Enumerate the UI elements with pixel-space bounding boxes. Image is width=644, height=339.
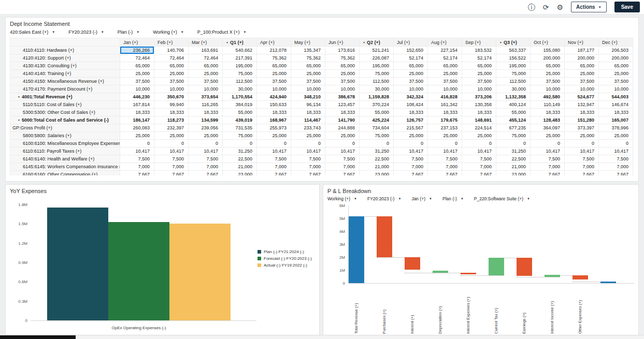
grid-cell[interactable]: 7,000 [599,163,633,171]
column-header[interactable]: Oct (+) [531,38,565,47]
grid-cell[interactable]: 0 [599,140,633,148]
grid-cell[interactable]: 37,500 [291,78,325,85]
grid-cell[interactable]: 7,667 [428,171,462,176]
grid-cell[interactable]: 524,677 [565,93,599,101]
row-header[interactable]: 4110:4110: Hardware (+) [10,47,120,54]
grid-cell[interactable]: 132,947 [565,101,599,109]
grid-cell[interactable]: 112,500 [496,78,531,85]
grid-cell[interactable]: 370,224 [360,101,394,109]
grid-cell[interactable]: 7,667 [599,171,633,176]
grid-cell[interactable]: 31,250 [360,148,394,155]
grid-cell[interactable]: 226,087 [360,54,394,62]
grid-cell[interactable]: 150,633 [257,101,291,109]
column-header[interactable]: ▼Q2 (+) [360,38,394,47]
pov-dimension-4[interactable]: Plan (-)▼ [442,196,464,201]
pov-dimension-2[interactable]: FY20:2023 (-)▼ [68,30,104,35]
grid-cell[interactable]: 168,967 [257,116,291,124]
grid-cell[interactable]: 25,000 [291,132,325,140]
waterfall-bar[interactable] [573,275,588,279]
waterfall-bar[interactable] [545,275,560,276]
grid-cell[interactable]: 123,457 [325,101,360,109]
grid-cell[interactable]: 18,333 [325,109,360,116]
grid-cell[interactable]: 25,000 [154,70,189,78]
grid-cell[interactable]: 734,604 [360,124,394,132]
grid-cell[interactable]: 10,000 [565,85,599,93]
row-header[interactable]: 5300:5300: Other Cost of Sales (+) [10,109,120,116]
grid-cell[interactable]: 455,124 [496,116,531,124]
grid-cell[interactable]: 239,056 [189,124,223,132]
grid-cell[interactable]: 37,500 [120,78,154,85]
grid-cell[interactable]: 10,000 [154,85,189,93]
grid-cell[interactable]: 492,580 [531,93,565,101]
grid-cell[interactable]: 200,000 [599,54,633,62]
grid-cell[interactable]: 0 [120,140,154,148]
grid-cell[interactable]: 7,667 [189,171,223,176]
grid-cell[interactable]: 10,417 [325,148,360,155]
grid-cell[interactable]: 152,650 [394,47,428,54]
waterfall-bar[interactable] [489,258,504,275]
grid-cell[interactable]: 25,000 [394,132,428,140]
grid-cell[interactable]: 25,000 [428,132,462,140]
grid-cell[interactable]: 10,417 [531,148,565,155]
grid-cell[interactable]: 65,000 [189,62,223,70]
grid-cell[interactable]: 10,000 [599,85,633,93]
grid-cell[interactable]: 195,000 [360,62,394,70]
grid-cell[interactable]: 7,667 [531,171,565,176]
grid-cell[interactable]: 364,097 [531,124,565,132]
grid-cell[interactable]: 200,000 [531,54,565,62]
row-header[interactable]: ▼4001:Total Revenue (+) [10,93,120,101]
grid-cell[interactable]: 7,667 [291,171,325,176]
grid-cell[interactable]: 75,000 [360,70,394,78]
grid-cell[interactable]: 31,250 [496,148,531,155]
grid-cell[interactable]: 224,514 [462,124,496,132]
column-header[interactable]: Dec (+) [599,38,633,47]
grid-cell[interactable]: 25,000 [462,70,496,78]
grid-cell[interactable]: 25,000 [565,70,599,78]
legend-item[interactable]: Actual (-) FY19:2022 (-) [257,263,312,268]
grid-cell[interactable]: 31,250 [223,148,257,155]
grid-cell[interactable]: 0 [531,140,565,148]
grid-cell[interactable]: 260,083 [120,124,154,132]
grid-cell[interactable]: 37,500 [462,78,496,85]
grid-cell[interactable]: 65,000 [120,62,154,70]
grid-cell[interactable]: 156,522 [496,54,531,62]
grid-cell[interactable]: 99,940 [154,101,189,109]
pov-dimension-5[interactable]: P_100:Product X (+)▼ [197,30,247,35]
column-header[interactable]: Apr (+) [257,38,291,47]
grid-cell[interactable]: 112,500 [223,78,257,85]
grid-cell[interactable]: 65,000 [394,62,428,70]
waterfall-bar[interactable] [517,258,532,276]
grid-cell[interactable]: 7,000 [325,163,360,171]
grid-cell[interactable]: 7,000 [531,163,565,171]
grid-cell[interactable]: 10,417 [565,148,599,155]
grid-cell[interactable]: 206,503 [599,47,633,54]
grid-cell[interactable]: 128,483 [531,116,565,124]
grid-cell[interactable]: 65,000 [565,62,599,70]
grid-cell[interactable]: 37,500 [257,78,291,85]
pov-dimension-3[interactable]: Plan (-)▼ [118,30,139,35]
grid-cell[interactable]: 37,500 [599,78,633,85]
grid-cell[interactable]: 10,000 [531,85,565,93]
grid-cell[interactable]: 55,000 [360,109,394,116]
grid-cell[interactable]: 108,424 [394,101,428,109]
grid-cell[interactable]: 37,500 [189,78,223,85]
grid-cell[interactable]: 400,124 [496,101,531,109]
grid-cell[interactable]: 10,417 [394,148,428,155]
grid-cell[interactable]: 25,000 [599,132,633,140]
waterfall-bar[interactable] [377,216,392,257]
grid-cell[interactable]: 22,500 [360,155,394,163]
grid-cell[interactable]: 10,000 [428,85,462,93]
grid-cell[interactable]: 7,500 [189,155,223,163]
grid-cell[interactable]: 7,000 [154,163,189,171]
grid-cell[interactable]: 0 [394,140,428,148]
grid-cell[interactable]: 130,358 [462,101,496,109]
grid-cell[interactable]: 373,206 [462,93,496,101]
grid-cell[interactable]: 72,464 [120,54,154,62]
grid-cell[interactable]: 25,000 [565,132,599,140]
actions-button[interactable]: Actions▼ [571,2,607,12]
grid-cell[interactable]: 30,000 [360,85,394,93]
grid-cell[interactable]: 18,333 [291,109,325,116]
grid-cell[interactable]: 75,000 [360,132,394,140]
grid-cell[interactable]: 215,567 [394,124,428,132]
grid-cell[interactable]: 373,654 [189,93,223,101]
